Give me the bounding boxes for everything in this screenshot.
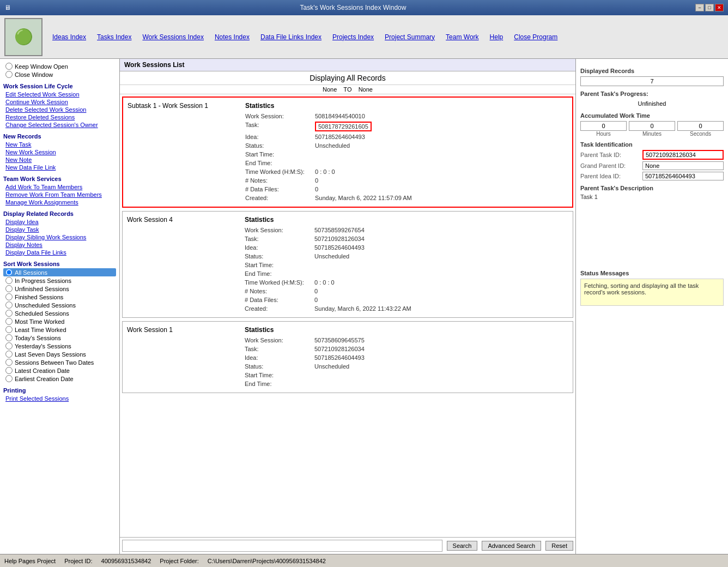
restore-deleted-sessions-link[interactable]: Restore Deleted Sessions — [3, 113, 116, 121]
least-time-radio[interactable] — [5, 326, 13, 333]
minimize-button[interactable]: − — [695, 4, 704, 11]
reset-button[interactable]: Reset — [545, 541, 573, 551]
sort-earliest-creation[interactable]: Earliest Creation Date — [3, 375, 116, 383]
stats-value-data-files-1: 0 — [315, 186, 318, 192]
session-stats-3: Statistics Work Session: 507358609645575… — [245, 326, 568, 388]
search-button[interactable]: Search — [447, 541, 478, 551]
stats-label-status-3: Status: — [245, 363, 310, 370]
session-card-3[interactable]: Work Session 1 Statistics Work Session: … — [122, 321, 573, 393]
display-task-link[interactable]: Display Task — [3, 226, 116, 233]
new-task-link[interactable]: New Task — [3, 141, 116, 148]
menu-item-ideas-index[interactable]: Ideas Index — [47, 32, 92, 42]
sort-todays[interactable]: Today's Sessions — [3, 334, 116, 342]
menu-item-project-summary[interactable]: Project Summary — [379, 32, 440, 42]
close-window-radio[interactable] — [5, 71, 13, 78]
menu-item-data-file-links-index[interactable]: Data File Links Index — [255, 32, 327, 42]
last-seven-radio[interactable] — [5, 351, 13, 358]
stats-row-time-worked-1: Time Worked (H:M:S): 0 : 0 : 0 — [245, 167, 568, 176]
advanced-search-button[interactable]: Advanced Search — [482, 541, 541, 551]
manage-work-assignments-link[interactable]: Manage Work Assignments — [3, 198, 116, 206]
sort-title: Sort Work Sessions — [3, 261, 116, 267]
earliest-creation-radio[interactable] — [5, 375, 13, 382]
sort-most-time[interactable]: Most Time Worked — [3, 317, 116, 325]
new-work-session-link[interactable]: New Work Session — [3, 148, 116, 156]
edit-work-session-link[interactable]: Edit Selected Work Session — [3, 91, 116, 98]
menu-item-projects-index[interactable]: Projects Index — [327, 32, 379, 42]
menu-item-close-program[interactable]: Close Program — [508, 32, 563, 42]
display-idea-link[interactable]: Display Idea — [3, 218, 116, 226]
in-progress-label: In Progress Sessions — [15, 278, 71, 284]
sort-between-dates[interactable]: Sessions Between Two Dates — [3, 358, 116, 366]
session-stats-2: Statistics Work Session: 507358599267654… — [245, 216, 568, 313]
scheduled-radio[interactable] — [5, 310, 13, 317]
keep-window-radio[interactable] — [5, 63, 13, 70]
printing-title: Printing — [3, 387, 116, 394]
session-card-2[interactable]: Work Session 4 Statistics Work Session: … — [122, 211, 573, 318]
sort-all-sessions[interactable]: All Sessions — [3, 268, 116, 276]
stats-label-time-worked-1: Time Worked (H:M:S): — [245, 168, 311, 175]
stats-label-data-files-1: # Data Files: — [245, 186, 311, 192]
menu-item-tasks-index[interactable]: Tasks Index — [92, 32, 137, 42]
sort-scheduled[interactable]: Scheduled Sessions — [3, 309, 116, 317]
status-messages-title: Status Messages — [580, 270, 724, 276]
new-note-link[interactable]: New Note — [3, 156, 116, 164]
delete-work-session-link[interactable]: Delete Selected Work Session — [3, 106, 116, 113]
unfinished-radio[interactable] — [5, 285, 13, 292]
unscheduled-radio[interactable] — [5, 301, 13, 309]
sort-unfinished[interactable]: Unfinished Sessions — [3, 285, 116, 293]
range-end: None — [359, 86, 373, 93]
sort-latest-creation[interactable]: Latest Creation Date — [3, 366, 116, 375]
minutes-col: 0 Minutes — [629, 121, 675, 137]
continue-work-session-link[interactable]: Continue Work Session — [3, 98, 116, 106]
display-notes-link[interactable]: Display Notes — [3, 241, 116, 249]
todays-radio[interactable] — [5, 334, 13, 341]
remove-work-from-team-link[interactable]: Remove Work From Team Members — [3, 191, 116, 198]
stats-row-task-3: Task: 507210928126034 — [245, 345, 568, 353]
stats-value-created-1: Sunday, March 6, 2022 11:57:09 AM — [315, 195, 412, 201]
sort-in-progress[interactable]: In Progress Sessions — [3, 276, 116, 285]
stats-value-status-2: Unscheduled — [314, 253, 349, 260]
unfinished-label: Unfinished Sessions — [15, 286, 69, 292]
todays-label: Today's Sessions — [15, 335, 61, 341]
accumulated-title: Accumulated Work Time — [580, 112, 724, 119]
status-project-label: Help Pages Project — [4, 558, 56, 564]
stats-value-status-1: Unscheduled — [315, 142, 350, 149]
stats-value-work-session-2: 507358599267654 — [314, 227, 365, 233]
display-data-file-links-link[interactable]: Display Data File Links — [3, 249, 116, 256]
most-time-radio[interactable] — [5, 318, 13, 325]
menu-item-work-sessions-index[interactable]: Work Sessions Index — [137, 32, 209, 42]
last-seven-label: Last Seven Days Sessions — [15, 351, 86, 358]
session-stats-1: Statistics Work Session: 508184944540010… — [245, 102, 568, 202]
menu-item-help[interactable]: Help — [484, 32, 509, 42]
session-card-1[interactable]: Subtask 1 - Work Session 1 Statistics Wo… — [122, 96, 573, 208]
print-selected-sessions-link[interactable]: Print Selected Sessions — [3, 395, 116, 402]
yesterdays-radio[interactable] — [5, 342, 13, 349]
menu-item-team-work[interactable]: Team Work — [440, 32, 484, 42]
close-window-label: Close Window — [15, 71, 53, 78]
finished-radio[interactable] — [5, 293, 13, 300]
close-button[interactable]: ✕ — [715, 4, 724, 11]
sort-unscheduled[interactable]: Unscheduled Sessions — [3, 301, 116, 309]
sort-last-seven[interactable]: Last Seven Days Sessions — [3, 350, 116, 358]
stats-value-idea-1: 507185264604493 — [315, 134, 365, 140]
between-dates-radio[interactable] — [5, 359, 13, 366]
close-window-option[interactable]: Close Window — [3, 70, 116, 79]
maximize-button[interactable]: □ — [705, 4, 714, 11]
sort-least-time[interactable]: Least Time Worked — [3, 325, 116, 334]
change-owner-link[interactable]: Change Selected Session's Owner — [3, 121, 116, 129]
sort-yesterdays[interactable]: Yesterday's Sessions — [3, 342, 116, 350]
latest-creation-radio[interactable] — [5, 367, 13, 374]
in-progress-radio[interactable] — [5, 277, 13, 284]
sort-finished[interactable]: Finished Sessions — [3, 293, 116, 301]
stats-row-created-2: Created: Sunday, March 6, 2022 11:43:22 … — [245, 304, 568, 313]
menu-item-notes-index[interactable]: Notes Index — [209, 32, 255, 42]
stats-row-idea-2: Idea: 507185264604493 — [245, 243, 568, 252]
new-data-file-link[interactable]: New Data File Link — [3, 164, 116, 171]
add-work-to-team-link[interactable]: Add Work To Team Members — [3, 183, 116, 191]
sessions-list[interactable]: Subtask 1 - Work Session 1 Statistics Wo… — [120, 94, 575, 537]
all-sessions-radio[interactable] — [5, 269, 13, 276]
keep-window-open-option[interactable]: Keep Window Open — [3, 62, 116, 70]
display-sibling-sessions-link[interactable]: Display Sibling Work Sessions — [3, 233, 116, 241]
grand-parent-id-row: Grand Parent ID: None — [580, 161, 724, 170]
search-input[interactable] — [122, 540, 442, 552]
